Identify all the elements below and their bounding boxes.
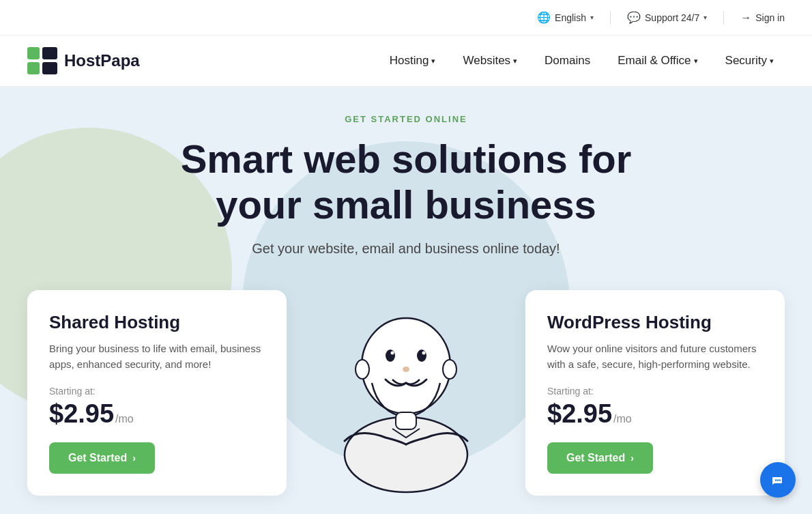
- shared-hosting-title: Shared Hosting: [49, 312, 265, 333]
- svg-point-12: [356, 360, 369, 379]
- nav-item-hosting[interactable]: Hosting ▾: [379, 48, 447, 73]
- svg-point-13: [443, 360, 456, 379]
- chevron-down-icon: ▾: [704, 14, 707, 21]
- hero-title: Smart web solutions for your small busin…: [167, 137, 645, 227]
- divider: [610, 11, 611, 25]
- wordpress-hosting-cta[interactable]: Get Started ›: [547, 442, 653, 474]
- svg-point-5: [362, 318, 450, 414]
- nav-hosting-label: Hosting: [390, 54, 429, 68]
- logo-icon: [27, 47, 57, 74]
- chevron-down-icon: ▾: [694, 57, 698, 66]
- signin-icon: →: [740, 12, 751, 24]
- wordpress-hosting-cta-label: Get Started: [566, 452, 625, 464]
- language-label: English: [555, 12, 586, 23]
- nav-domains-label: Domains: [545, 54, 590, 68]
- nav-websites-label: Websites: [463, 54, 510, 68]
- mascot-area: [304, 277, 508, 496]
- signin-label: Sign in: [755, 12, 785, 23]
- nav-email-office-label: Email & Office: [618, 54, 691, 68]
- cards-row: Shared Hosting Bring your business to li…: [27, 277, 785, 496]
- nav-item-domains[interactable]: Domains: [534, 48, 601, 73]
- shared-hosting-cta[interactable]: Get Started ›: [49, 442, 155, 474]
- mascot-illustration: [324, 277, 488, 496]
- svg-point-8: [391, 352, 394, 355]
- wordpress-hosting-price-mo: /mo: [613, 413, 632, 425]
- wordpress-hosting-starting: Starting at:: [547, 386, 763, 397]
- nav-item-websites[interactable]: Websites ▾: [452, 48, 528, 73]
- svg-rect-3: [42, 62, 57, 74]
- wordpress-hosting-desc: Wow your online visitors and future cust…: [547, 341, 763, 372]
- wordpress-hosting-price: $2.95 /mo: [547, 399, 763, 429]
- svg-rect-1: [27, 62, 40, 74]
- nav-security-label: Security: [725, 54, 767, 68]
- chat-bubble[interactable]: [760, 462, 796, 498]
- support-icon: 💬: [627, 11, 641, 24]
- top-bar: 🌐 English ▾ 💬 Support 24/7 ▾ → Sign in: [0, 0, 812, 35]
- chevron-down-icon: ▾: [431, 57, 435, 66]
- arrow-icon: ›: [630, 453, 634, 463]
- shared-hosting-price-value: $2.95: [49, 399, 114, 429]
- wordpress-hosting-card: WordPress Hosting Wow your online visito…: [525, 290, 785, 496]
- nav-item-security[interactable]: Security ▾: [714, 48, 785, 73]
- wordpress-hosting-title: WordPress Hosting: [547, 312, 763, 333]
- svg-rect-2: [42, 47, 57, 59]
- chat-icon: [769, 471, 787, 489]
- shared-hosting-cta-label: Get Started: [68, 452, 127, 464]
- hero-label: GET STARTED ONLINE: [27, 114, 785, 124]
- support-label: Support 24/7: [645, 12, 699, 23]
- chevron-down-icon: ▾: [513, 57, 517, 66]
- svg-point-16: [777, 479, 779, 481]
- wordpress-hosting-price-value: $2.95: [547, 399, 612, 429]
- svg-point-10: [403, 367, 409, 372]
- svg-point-17: [779, 479, 781, 481]
- nav-links: Hosting ▾ Websites ▾ Domains Email & Off…: [379, 48, 785, 73]
- svg-point-7: [417, 349, 426, 362]
- svg-point-6: [386, 349, 395, 362]
- arrow-icon: ›: [132, 453, 136, 463]
- svg-point-9: [422, 352, 426, 355]
- chevron-down-icon: ▾: [590, 14, 594, 21]
- language-selector[interactable]: 🌐 English ▾: [537, 11, 594, 24]
- svg-rect-11: [396, 412, 416, 429]
- support-link[interactable]: 💬 Support 24/7 ▾: [627, 11, 707, 24]
- nav-item-email-office[interactable]: Email & Office ▾: [607, 48, 708, 73]
- main-nav: HostPapa Hosting ▾ Websites ▾ Domains Em…: [0, 35, 812, 87]
- shared-hosting-desc: Bring your business to life with email, …: [49, 341, 265, 372]
- shared-hosting-price-mo: /mo: [115, 413, 134, 425]
- signin-link[interactable]: → Sign in: [740, 12, 785, 24]
- svg-point-15: [775, 479, 777, 481]
- hero-section: GET STARTED ONLINE Smart web solutions f…: [0, 87, 812, 514]
- shared-hosting-price: $2.95 /mo: [49, 399, 265, 429]
- shared-hosting-card: Shared Hosting Bring your business to li…: [27, 290, 287, 496]
- hero-subtitle: Get your website, email and business onl…: [27, 241, 785, 257]
- divider: [723, 11, 724, 25]
- svg-rect-0: [27, 47, 40, 59]
- shared-hosting-starting: Starting at:: [49, 386, 265, 397]
- logo-text: HostPapa: [64, 51, 140, 70]
- logo-link[interactable]: HostPapa: [27, 47, 140, 74]
- globe-icon: 🌐: [537, 11, 551, 24]
- chevron-down-icon: ▾: [770, 57, 774, 66]
